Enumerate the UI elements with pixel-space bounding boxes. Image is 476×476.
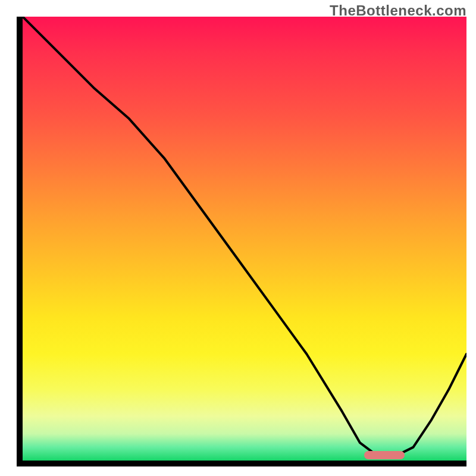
plot-area bbox=[17, 17, 466, 466]
chart-frame: TheBottleneck.com bbox=[0, 0, 476, 476]
optimal-range-marker bbox=[364, 451, 404, 459]
bottleneck-curve bbox=[23, 17, 466, 461]
